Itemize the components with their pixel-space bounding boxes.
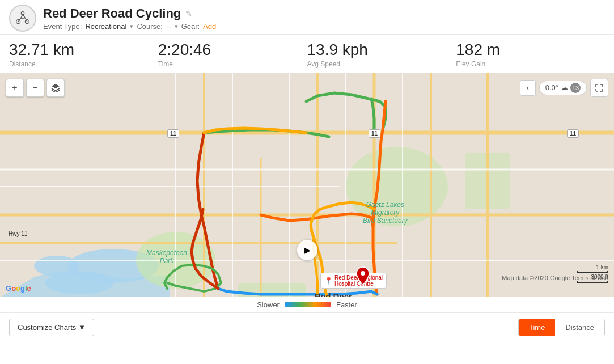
- temp-number: 13: [570, 83, 581, 93]
- map-container[interactable]: MaskepetoonPark Bower Ponds Heritage Ran…: [0, 73, 614, 297]
- customize-charts-button[interactable]: Customize Charts ▼: [9, 319, 94, 336]
- stats-row: 32.71 km Distance 2:20:46 Time 13.9 kph …: [0, 35, 614, 73]
- faster-label: Faster: [336, 300, 357, 309]
- nav-left-button[interactable]: ‹: [520, 80, 536, 96]
- svg-point-0: [21, 12, 24, 15]
- hospital-pin-icon: 📍: [324, 277, 333, 285]
- zoom-out-button[interactable]: −: [26, 79, 44, 97]
- road-badge-11c: 11: [567, 129, 579, 138]
- distance-label: Distance: [9, 60, 158, 68]
- layers-button[interactable]: [46, 79, 65, 97]
- cyclist-icon: [15, 10, 31, 26]
- map-controls-left: + −: [6, 79, 65, 97]
- event-type-value[interactable]: Recreational: [85, 22, 126, 31]
- distance-toggle-button[interactable]: Distance: [555, 319, 604, 336]
- attribution-text: Map data ©2020 Google Terms of Use: [502, 274, 608, 281]
- meta-row: Event Type: Recreational ▾ Course: -- ▾ …: [43, 22, 216, 31]
- map-controls-right: ‹ 0.0° ☁ 13: [520, 79, 608, 97]
- expand-icon: [595, 84, 603, 92]
- weather-badge: 0.0° ☁ 13: [539, 81, 587, 95]
- play-button[interactable]: ▶: [297, 240, 317, 260]
- fullscreen-button[interactable]: [590, 79, 608, 97]
- slower-label: Slower: [257, 300, 280, 309]
- avatar: [9, 5, 36, 32]
- stat-distance: 32.71 km Distance: [9, 41, 158, 68]
- bottom-controls: Customize Charts ▼ Time Distance: [0, 313, 614, 342]
- avg-speed-label: Avg Speed: [307, 60, 456, 68]
- elev-gain-value: 182 m: [456, 41, 605, 59]
- header-info: Red Deer Road Cycling ✎ Event Type: Recr…: [43, 6, 216, 31]
- speed-gradient: [285, 302, 331, 307]
- stat-time: 2:20:46 Time: [158, 41, 307, 68]
- activity-title: Red Deer Road Cycling: [43, 6, 181, 21]
- distance-value: 32.71 km: [9, 41, 158, 59]
- road-badge-11: 11: [167, 129, 179, 138]
- event-type-label: Event Type:: [43, 22, 82, 31]
- time-value: 2:20:46: [158, 41, 307, 59]
- pin-icon: [355, 266, 371, 286]
- play-icon: ▶: [304, 246, 311, 255]
- scale-rule-km: [577, 271, 608, 273]
- stat-elev-gain: 182 m Elev Gain: [456, 41, 605, 68]
- elev-gain-label: Elev Gain: [456, 60, 605, 68]
- google-watermark: Google: [6, 284, 31, 293]
- cloud-icon: ☁: [561, 83, 568, 92]
- time-toggle-button[interactable]: Time: [519, 319, 555, 336]
- course-dropdown[interactable]: ▾: [175, 23, 178, 30]
- road-badge-11b: 11: [369, 129, 380, 138]
- legend-row: Slower Faster: [0, 297, 614, 313]
- map-svg: [0, 73, 614, 297]
- scale-km: 1 km: [596, 264, 608, 270]
- zoom-in-button[interactable]: +: [6, 79, 24, 97]
- time-distance-toggle: Time Distance: [518, 319, 605, 336]
- layers-icon: [51, 83, 60, 92]
- customize-charts-label: Customize Charts ▼: [18, 323, 86, 332]
- event-type-dropdown[interactable]: ▾: [130, 23, 133, 30]
- gear-label: Gear:: [181, 22, 200, 31]
- map-attribution: Map data ©2020 Google Terms of Use: [502, 274, 608, 281]
- edit-icon[interactable]: ✎: [185, 9, 192, 18]
- route-end-pin: [355, 266, 371, 289]
- avg-speed-value: 13.9 kph: [307, 41, 456, 59]
- activity-header: Red Deer Road Cycling ✎ Event Type: Recr…: [0, 0, 614, 35]
- stat-avg-speed: 13.9 kph Avg Speed: [307, 41, 456, 68]
- hospital-badge: 📍 Red Deer RegionalHospital Centre: [320, 273, 387, 289]
- map-background: [0, 73, 614, 297]
- title-row: Red Deer Road Cycling ✎: [43, 6, 216, 21]
- temperature-value: 0.0°: [545, 83, 558, 92]
- svg-point-28: [361, 271, 365, 276]
- gear-add-link[interactable]: Add: [203, 22, 216, 31]
- course-value[interactable]: --: [166, 22, 171, 31]
- course-label: Course:: [137, 22, 163, 31]
- time-label: Time: [158, 60, 307, 68]
